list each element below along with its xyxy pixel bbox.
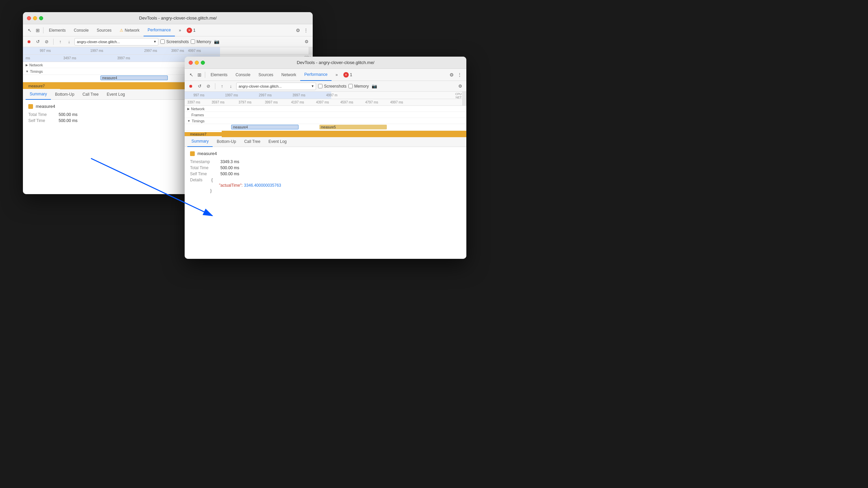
front-tab-summary[interactable]: Summary — [187, 136, 213, 147]
reload-icon-back[interactable]: ↺ — [34, 38, 41, 45]
tab-elements-front[interactable]: Elements — [207, 69, 231, 81]
settings2-icon-front[interactable]: ⚙ — [457, 83, 464, 90]
front-details-open-brace: { — [210, 178, 213, 182]
download-icon-front[interactable]: ↓ — [227, 83, 234, 90]
camera-icon-front[interactable]: 📷 — [371, 83, 378, 90]
settings2-icon-back[interactable]: ⚙ — [303, 38, 310, 45]
sep2-back — [53, 39, 54, 45]
screenshots-checkbox-back[interactable]: Screenshots — [160, 39, 189, 44]
tab-performance-back[interactable]: Performance — [144, 24, 175, 36]
tick-ms-back: ms — [26, 56, 30, 60]
tab-elements-back[interactable]: Elements — [45, 24, 70, 36]
front-tick-4797: 4797 ms — [365, 100, 378, 104]
back-measure4-bar[interactable]: measure4 — [100, 75, 168, 80]
error-count-front: 1 — [350, 72, 352, 77]
more-icon-back[interactable]: ⋮ — [302, 26, 310, 34]
front-timestamp-label: Timestamp — [190, 159, 220, 164]
tab-console-front[interactable]: Console — [231, 69, 254, 81]
tab-more-front[interactable]: » — [332, 69, 342, 81]
back-ruler1: 997 ms 1997 ms 2997 ms 4997 ms 3997 ms — [23, 47, 313, 55]
memory-checkbox-back[interactable]: Memory — [191, 39, 211, 44]
front-details-row: Details { — [190, 178, 461, 182]
tick-4997-back: 4997 ms — [188, 49, 201, 53]
reload-icon-front[interactable]: ↺ — [196, 83, 203, 90]
tab-network-front[interactable]: Network — [277, 69, 300, 81]
front-tick-1997: 1997 ms — [225, 93, 238, 97]
layout-icon-front[interactable]: ⊞ — [195, 71, 204, 79]
minimize-button-front[interactable] — [195, 61, 199, 65]
tab-performance-front[interactable]: Performance — [300, 69, 332, 81]
camera-icon-back[interactable]: 📷 — [213, 38, 220, 45]
front-tick-4997b: 4997 ms — [390, 100, 403, 104]
url-bar-front[interactable]: angry-clover-close.glitch... ▾ — [236, 83, 316, 90]
tab-more-back[interactable]: » — [175, 24, 185, 36]
settings-icon-back[interactable]: ⚙ — [294, 26, 302, 34]
back-total-time-value: 500.00 ms — [59, 112, 78, 117]
front-measure7-track[interactable]: measure7 — [185, 131, 466, 138]
record-icon-back[interactable]: ⏺ — [26, 38, 32, 45]
back-scrollbar[interactable] — [309, 47, 313, 54]
front-tab-call-tree[interactable]: Call Tree — [240, 136, 265, 147]
back-self-time-label: Self Time — [28, 118, 59, 123]
upload-icon-back[interactable]: ↑ — [57, 38, 64, 45]
tick-3997b-back: 3997 ms — [117, 56, 130, 60]
front-summary-title-row: measure4 — [190, 151, 461, 156]
back-title-bar: DevTools - angry-clover-close.glitch.me/ — [23, 12, 313, 24]
front-devtools-window: DevTools - angry-clover-close.glitch.me/… — [185, 57, 466, 259]
front-title-bar: DevTools - angry-clover-close.glitch.me/ — [185, 57, 466, 69]
back-tab-call-tree[interactable]: Call Tree — [79, 89, 103, 100]
memory-checkbox-front[interactable]: Memory — [348, 84, 369, 89]
front-tick-4397: 4397 ms — [316, 100, 329, 104]
front-measure4-bar[interactable]: measure4 — [231, 125, 299, 129]
cancel-icon-back[interactable]: ⊘ — [43, 38, 50, 45]
tab-sources-back[interactable]: Sources — [93, 24, 116, 36]
network-triangle-front: ▶ — [187, 107, 190, 111]
record-icon-front[interactable]: ⏺ — [187, 83, 194, 90]
url-bar-back[interactable]: angry-clover-close.glitch... ▾ — [74, 38, 158, 45]
front-network-track: ▶ Network — [185, 106, 466, 112]
front-network-label: ▶ Network — [185, 107, 222, 111]
front-summary-panel: measure4 Timestamp 3349.3 ms Total Time … — [185, 147, 466, 259]
screenshots-checkbox-front[interactable]: Screenshots — [318, 84, 346, 89]
layout-icon-back[interactable]: ⊞ — [34, 26, 42, 34]
front-details-close-row: } — [190, 188, 461, 193]
cursor-icon-front[interactable]: ↖ — [187, 71, 195, 79]
front-frames-content — [222, 112, 466, 118]
back-tab-bottom-up[interactable]: Bottom-Up — [51, 89, 78, 100]
front-tick-3797: 3797 ms — [239, 100, 251, 104]
download-icon-back[interactable]: ↓ — [66, 38, 72, 45]
url-chevron-back[interactable]: ▾ — [154, 39, 156, 44]
back-tab-summary[interactable]: Summary — [26, 89, 51, 100]
back-tabs-bar: ↖ ⊞ Elements Console Sources ⚠ Network P… — [23, 24, 313, 36]
tab-sources-front[interactable]: Sources — [254, 69, 277, 81]
front-tick-3397: 3397 ms — [187, 100, 200, 104]
tab-console-back[interactable]: Console — [70, 24, 93, 36]
maximize-button-back[interactable] — [39, 16, 43, 20]
url-chevron-front[interactable]: ▾ — [312, 84, 314, 88]
url-text-back: angry-clover-close.glitch... — [77, 40, 120, 44]
front-tab-event-log[interactable]: Event Log — [265, 136, 291, 147]
front-tab-bottom-up[interactable]: Bottom-Up — [213, 136, 240, 147]
tab-network-back[interactable]: ⚠ Network — [116, 24, 144, 36]
front-details-label: Details — [190, 178, 210, 182]
back-tab-event-log[interactable]: Event Log — [103, 89, 129, 100]
settings-icon-front[interactable]: ⚙ — [447, 71, 456, 79]
cancel-icon-front[interactable]: ⊘ — [205, 83, 212, 90]
front-details-key: "actualTime": — [216, 183, 243, 188]
error-badge-back: ✕ — [187, 28, 192, 33]
front-measure5-bar[interactable]: measure5 — [319, 125, 387, 129]
front-bottom-tabs: Summary Bottom-Up Call Tree Event Log — [185, 136, 466, 147]
close-button-front[interactable] — [189, 61, 193, 65]
front-scrollbar2[interactable] — [462, 99, 466, 105]
maximize-button-front[interactable] — [201, 61, 205, 65]
more-icon-front[interactable]: ⋮ — [456, 71, 464, 79]
upload-icon-front[interactable]: ↑ — [219, 83, 225, 90]
cursor-icon-back[interactable]: ↖ — [26, 26, 34, 34]
timings-triangle-front: ▼ — [187, 119, 190, 123]
front-timestamp-value: 3349.3 ms — [220, 159, 239, 164]
minimize-button-back[interactable] — [33, 16, 37, 20]
front-swatch — [190, 151, 195, 156]
front-scrollbar1[interactable] — [462, 92, 466, 99]
front-measure7-content — [222, 131, 466, 137]
close-button-back[interactable] — [27, 16, 31, 20]
